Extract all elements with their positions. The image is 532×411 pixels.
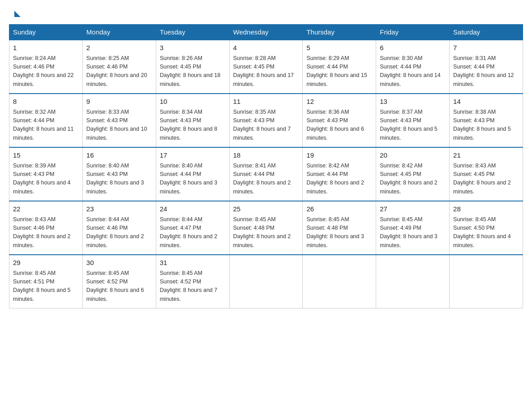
day-info: Sunrise: 8:36 AMSunset: 4:43 PMDaylight:… (306, 109, 364, 141)
calendar-header-row: SundayMondayTuesdayWednesdayThursdayFrid… (9, 25, 523, 40)
day-info: Sunrise: 8:42 AMSunset: 4:44 PMDaylight:… (306, 163, 364, 195)
day-info: Sunrise: 8:26 AMSunset: 4:45 PMDaylight:… (160, 55, 221, 87)
page-header (0, 0, 532, 20)
day-info: Sunrise: 8:40 AMSunset: 4:44 PMDaylight:… (160, 163, 218, 195)
day-number: 9 (86, 97, 152, 107)
day-info: Sunrise: 8:38 AMSunset: 4:43 PMDaylight:… (453, 109, 511, 141)
calendar-week-row: 22Sunrise: 8:43 AMSunset: 4:46 PMDayligh… (9, 201, 523, 255)
logo (13, 9, 21, 15)
day-info: Sunrise: 8:45 AMSunset: 4:48 PMDaylight:… (306, 216, 364, 248)
day-number: 17 (160, 150, 226, 161)
calendar-cell: 26Sunrise: 8:45 AMSunset: 4:48 PMDayligh… (303, 201, 376, 255)
calendar-cell: 8Sunrise: 8:32 AMSunset: 4:44 PMDaylight… (9, 94, 83, 147)
calendar-week-row: 15Sunrise: 8:39 AMSunset: 4:43 PMDayligh… (9, 147, 523, 201)
calendar-cell: 24Sunrise: 8:44 AMSunset: 4:47 PMDayligh… (156, 201, 229, 255)
calendar-cell: 17Sunrise: 8:40 AMSunset: 4:44 PMDayligh… (156, 147, 229, 201)
calendar-cell: 18Sunrise: 8:41 AMSunset: 4:44 PMDayligh… (229, 147, 303, 201)
day-number: 16 (86, 150, 152, 161)
calendar-table: SundayMondayTuesdayWednesdayThursdayFrid… (9, 24, 523, 308)
calendar-cell: 6Sunrise: 8:30 AMSunset: 4:44 PMDaylight… (376, 40, 450, 94)
day-number: 14 (453, 97, 519, 107)
calendar-cell: 11Sunrise: 8:35 AMSunset: 4:43 PMDayligh… (229, 94, 303, 147)
day-info: Sunrise: 8:45 AMSunset: 4:48 PMDaylight:… (233, 216, 291, 248)
calendar-cell: 25Sunrise: 8:45 AMSunset: 4:48 PMDayligh… (229, 201, 303, 255)
calendar-cell (376, 255, 450, 308)
day-info: Sunrise: 8:28 AMSunset: 4:45 PMDaylight:… (233, 55, 294, 87)
calendar-cell: 29Sunrise: 8:45 AMSunset: 4:51 PMDayligh… (9, 255, 83, 308)
calendar-cell: 20Sunrise: 8:42 AMSunset: 4:45 PMDayligh… (376, 147, 450, 201)
day-number: 25 (233, 204, 299, 214)
day-info: Sunrise: 8:39 AMSunset: 4:43 PMDaylight:… (13, 163, 71, 195)
day-number: 26 (306, 204, 372, 214)
col-header-friday: Friday (376, 25, 450, 40)
calendar-week-row: 1Sunrise: 8:24 AMSunset: 4:46 PMDaylight… (9, 40, 523, 94)
col-header-saturday: Saturday (450, 25, 523, 40)
day-number: 27 (380, 204, 446, 214)
col-header-tuesday: Tuesday (156, 25, 229, 40)
day-number: 15 (13, 150, 79, 161)
day-info: Sunrise: 8:45 AMSunset: 4:49 PMDaylight:… (380, 216, 438, 248)
day-number: 18 (233, 150, 299, 161)
calendar-cell: 16Sunrise: 8:40 AMSunset: 4:43 PMDayligh… (82, 147, 156, 201)
col-header-sunday: Sunday (9, 25, 83, 40)
day-number: 8 (13, 97, 79, 107)
day-number: 30 (86, 258, 152, 268)
calendar-cell (229, 255, 303, 308)
day-number: 29 (13, 258, 79, 268)
day-number: 22 (13, 204, 79, 214)
day-number: 24 (160, 204, 226, 214)
logo-arrow-icon (14, 11, 21, 17)
day-info: Sunrise: 8:34 AMSunset: 4:43 PMDaylight:… (160, 109, 218, 141)
calendar-week-row: 29Sunrise: 8:45 AMSunset: 4:51 PMDayligh… (9, 255, 523, 308)
calendar-cell: 1Sunrise: 8:24 AMSunset: 4:46 PMDaylight… (9, 40, 83, 94)
calendar-cell: 7Sunrise: 8:31 AMSunset: 4:44 PMDaylight… (450, 40, 523, 94)
day-number: 28 (453, 204, 519, 214)
calendar-cell: 13Sunrise: 8:37 AMSunset: 4:43 PMDayligh… (376, 94, 450, 147)
calendar-cell: 19Sunrise: 8:42 AMSunset: 4:44 PMDayligh… (303, 147, 376, 201)
day-info: Sunrise: 8:29 AMSunset: 4:44 PMDaylight:… (306, 55, 367, 87)
day-number: 6 (380, 43, 446, 53)
day-info: Sunrise: 8:41 AMSunset: 4:44 PMDaylight:… (233, 163, 291, 195)
day-info: Sunrise: 8:24 AMSunset: 4:46 PMDaylight:… (13, 55, 74, 87)
day-info: Sunrise: 8:25 AMSunset: 4:46 PMDaylight:… (86, 55, 147, 87)
col-header-monday: Monday (82, 25, 156, 40)
day-info: Sunrise: 8:37 AMSunset: 4:43 PMDaylight:… (380, 109, 438, 141)
day-info: Sunrise: 8:44 AMSunset: 4:46 PMDaylight:… (86, 216, 144, 248)
day-info: Sunrise: 8:45 AMSunset: 4:52 PMDaylight:… (86, 270, 144, 302)
calendar-cell: 10Sunrise: 8:34 AMSunset: 4:43 PMDayligh… (156, 94, 229, 147)
calendar-cell: 14Sunrise: 8:38 AMSunset: 4:43 PMDayligh… (450, 94, 523, 147)
day-number: 21 (453, 150, 519, 161)
day-number: 11 (233, 97, 299, 107)
calendar-cell: 27Sunrise: 8:45 AMSunset: 4:49 PMDayligh… (376, 201, 450, 255)
day-number: 7 (453, 43, 519, 53)
calendar-cell: 21Sunrise: 8:43 AMSunset: 4:45 PMDayligh… (450, 147, 523, 201)
day-number: 12 (306, 97, 372, 107)
day-info: Sunrise: 8:44 AMSunset: 4:47 PMDaylight:… (160, 216, 218, 248)
day-info: Sunrise: 8:43 AMSunset: 4:46 PMDaylight:… (13, 216, 71, 248)
calendar-cell: 3Sunrise: 8:26 AMSunset: 4:45 PMDaylight… (156, 40, 229, 94)
calendar-cell: 31Sunrise: 8:45 AMSunset: 4:52 PMDayligh… (156, 255, 229, 308)
col-header-thursday: Thursday (303, 25, 376, 40)
day-number: 3 (160, 43, 226, 53)
day-info: Sunrise: 8:33 AMSunset: 4:43 PMDaylight:… (86, 109, 147, 141)
day-number: 1 (13, 43, 79, 53)
calendar-cell (450, 255, 523, 308)
calendar-cell: 9Sunrise: 8:33 AMSunset: 4:43 PMDaylight… (82, 94, 156, 147)
col-header-wednesday: Wednesday (229, 25, 303, 40)
day-info: Sunrise: 8:43 AMSunset: 4:45 PMDaylight:… (453, 163, 511, 195)
calendar-cell: 4Sunrise: 8:28 AMSunset: 4:45 PMDaylight… (229, 40, 303, 94)
day-info: Sunrise: 8:35 AMSunset: 4:43 PMDaylight:… (233, 109, 291, 141)
day-info: Sunrise: 8:45 AMSunset: 4:52 PMDaylight:… (160, 270, 218, 302)
calendar-cell: 28Sunrise: 8:45 AMSunset: 4:50 PMDayligh… (450, 201, 523, 255)
calendar-week-row: 8Sunrise: 8:32 AMSunset: 4:44 PMDaylight… (9, 94, 523, 147)
calendar-cell: 2Sunrise: 8:25 AMSunset: 4:46 PMDaylight… (82, 40, 156, 94)
day-number: 19 (306, 150, 372, 161)
day-info: Sunrise: 8:32 AMSunset: 4:44 PMDaylight:… (13, 109, 74, 141)
calendar-cell: 22Sunrise: 8:43 AMSunset: 4:46 PMDayligh… (9, 201, 83, 255)
day-info: Sunrise: 8:45 AMSunset: 4:50 PMDaylight:… (453, 216, 511, 248)
calendar-cell: 15Sunrise: 8:39 AMSunset: 4:43 PMDayligh… (9, 147, 83, 201)
day-number: 4 (233, 43, 299, 53)
calendar-cell: 30Sunrise: 8:45 AMSunset: 4:52 PMDayligh… (82, 255, 156, 308)
day-number: 2 (86, 43, 152, 53)
calendar-cell: 23Sunrise: 8:44 AMSunset: 4:46 PMDayligh… (82, 201, 156, 255)
